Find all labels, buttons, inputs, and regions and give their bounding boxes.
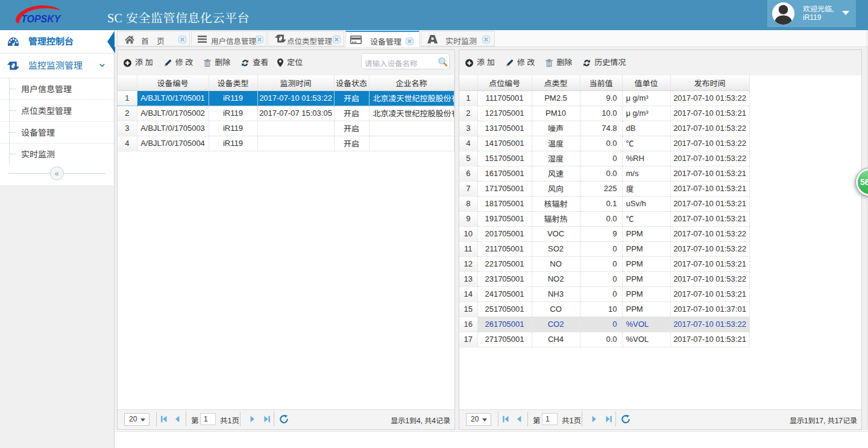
svg-text:TOPSKY: TOPSKY <box>21 14 61 24</box>
